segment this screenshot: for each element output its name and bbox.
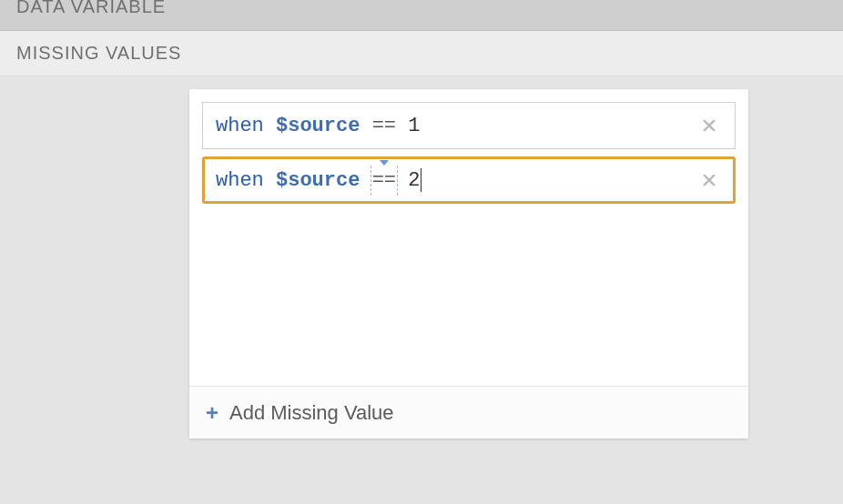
missing-values-section-header[interactable]: MISSING VALUES: [0, 31, 843, 76]
add-missing-value-label: Add Missing Value: [229, 401, 394, 425]
operator-token: ==: [372, 169, 396, 192]
variable-token: $source: [276, 169, 360, 192]
value-token: 1: [408, 115, 420, 137]
delete-rule-button[interactable]: [696, 167, 722, 193]
missing-values-label: MISSING VALUES: [16, 43, 181, 64]
close-icon: [701, 172, 717, 188]
keyword-token: when: [216, 115, 264, 137]
delete-rule-button[interactable]: [696, 113, 722, 138]
text-cursor: [421, 168, 422, 192]
keyword-token: when: [216, 169, 264, 192]
panel-footer: + Add Missing Value: [189, 386, 748, 438]
close-icon: [701, 117, 717, 134]
variable-token: $source: [276, 115, 360, 137]
missing-value-rule[interactable]: when $source == 1: [202, 102, 736, 149]
missing-values-panel: when $source == 1 when: [189, 89, 748, 438]
data-variable-label: DATA VARIABLE: [16, 0, 166, 15]
plus-icon: +: [206, 402, 218, 424]
operator-dropdown[interactable]: ==: [372, 169, 396, 192]
value-token: 2: [408, 169, 420, 192]
dropdown-bracket: [371, 166, 371, 196]
rule-expression-input[interactable]: when $source == 2: [216, 168, 696, 192]
add-missing-value-button[interactable]: + Add Missing Value: [206, 401, 394, 425]
operator-token: ==: [372, 115, 396, 137]
data-variable-section-header[interactable]: DATA VARIABLE: [0, 0, 843, 31]
rule-expression-input[interactable]: when $source == 1: [216, 115, 696, 137]
dropdown-bracket: [397, 166, 398, 196]
missing-values-panel-area: when $source == 1 when: [0, 76, 843, 438]
chevron-down-icon: [380, 160, 389, 166]
rules-list: when $source == 1 when: [189, 89, 748, 386]
missing-value-rule[interactable]: when $source == 2: [202, 156, 736, 204]
